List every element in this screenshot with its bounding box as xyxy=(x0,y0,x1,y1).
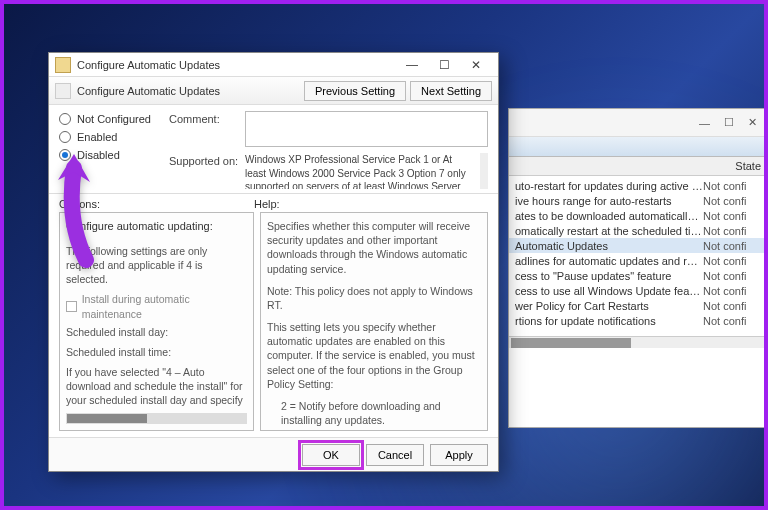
bg-col-state: State xyxy=(735,160,761,172)
scheduled-day-label: Scheduled install day: xyxy=(66,325,247,339)
table-row[interactable]: Automatic UpdatesNot confi xyxy=(509,238,767,253)
checkbox-icon xyxy=(66,301,77,312)
help-header: Help: xyxy=(254,198,280,210)
options-section-title: Configure automatic updating: xyxy=(66,219,247,234)
radio-disabled[interactable]: Disabled xyxy=(59,149,159,161)
policy-icon xyxy=(55,83,71,99)
table-row[interactable]: adlines for automatic updates and restar… xyxy=(509,253,767,268)
scheduled-time-label: Scheduled install time: xyxy=(66,345,247,359)
table-row[interactable]: omatically restart at the scheduled time… xyxy=(509,223,767,238)
dialog-subtitle: Configure Automatic Updates xyxy=(77,85,300,97)
table-row[interactable]: wer Policy for Cart RestartsNot confi xyxy=(509,298,767,313)
bg-minimize[interactable]: — xyxy=(699,117,710,129)
bg-hscrollbar[interactable] xyxy=(509,336,767,348)
schedule-note: If you have selected "4 – Auto download … xyxy=(66,365,247,409)
comment-textarea[interactable] xyxy=(245,111,488,147)
radio-enabled[interactable]: Enabled xyxy=(59,131,159,143)
next-setting-button[interactable]: Next Setting xyxy=(410,81,492,101)
table-row[interactable]: cess to use all Windows Update featuresN… xyxy=(509,283,767,298)
dialog-title: Configure Automatic Updates xyxy=(77,59,396,71)
table-row[interactable]: ive hours range for auto-restartsNot con… xyxy=(509,193,767,208)
options-hscrollbar[interactable] xyxy=(66,413,247,424)
help-opt2: 2 = Notify before downloading and instal… xyxy=(267,399,481,427)
supported-label: Supported on: xyxy=(169,153,239,189)
configure-updates-dialog: Configure Automatic Updates — ☐ ✕ Config… xyxy=(48,52,499,472)
maximize-button[interactable]: ☐ xyxy=(428,58,460,72)
cancel-button[interactable]: Cancel xyxy=(366,444,424,466)
supported-text: Windows XP Professional Service Pack 1 o… xyxy=(245,153,470,189)
chk-install-maintenance[interactable]: Install during automatic maintenance xyxy=(66,292,247,320)
radio-icon xyxy=(59,149,71,161)
help-p3: This setting lets you specify whether au… xyxy=(267,320,481,391)
bg-close[interactable]: ✕ xyxy=(748,116,757,129)
dialog-icon xyxy=(55,57,71,73)
radio-icon xyxy=(59,113,71,125)
help-pane: Specifies whether this computer will rec… xyxy=(260,212,488,431)
bg-maximize[interactable]: ☐ xyxy=(724,116,734,129)
table-row[interactable]: uto-restart for updates during active ho… xyxy=(509,178,767,193)
options-note: The following settings are only required… xyxy=(66,244,247,287)
table-row[interactable]: rtions for update notificationsNot confi xyxy=(509,313,767,328)
supported-scrollbar[interactable] xyxy=(480,153,488,189)
gp-editor-window: — ☐ ✕ State uto-restart for updates duri… xyxy=(508,108,768,428)
help-p1: Specifies whether this computer will rec… xyxy=(267,219,481,276)
ok-button[interactable]: OK xyxy=(302,444,360,466)
radio-icon xyxy=(59,131,71,143)
options-pane: Configure automatic updating: The follow… xyxy=(59,212,254,431)
help-p2: Note: This policy does not apply to Wind… xyxy=(267,284,481,312)
options-header: Options: xyxy=(59,198,254,210)
previous-setting-button[interactable]: Previous Setting xyxy=(304,81,406,101)
table-row[interactable]: ates to be downloaded automatically over… xyxy=(509,208,767,223)
minimize-button[interactable]: — xyxy=(396,58,428,72)
apply-button[interactable]: Apply xyxy=(430,444,488,466)
table-row[interactable]: cess to "Pause updates" featureNot confi xyxy=(509,268,767,283)
radio-not-configured[interactable]: Not Configured xyxy=(59,113,159,125)
comment-label: Comment: xyxy=(169,111,239,147)
close-button[interactable]: ✕ xyxy=(460,58,492,72)
